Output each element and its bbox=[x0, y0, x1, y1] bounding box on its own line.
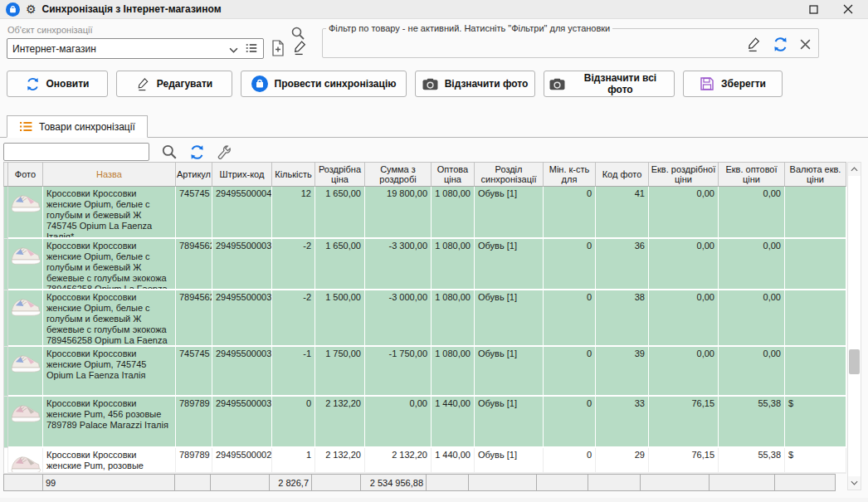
add-document-icon[interactable] bbox=[271, 39, 285, 57]
table-row[interactable]: Кроссовки Кроссовки женские Pum, розовые… bbox=[3, 448, 846, 474]
list-select-icon[interactable] bbox=[244, 41, 263, 56]
cell-photo-code: 39 bbox=[596, 347, 649, 397]
cell-sync-section: Обувь [1] bbox=[475, 239, 544, 290]
header-qty[interactable]: Кількість bbox=[272, 162, 315, 187]
app-window: ⚙ Синхронізація з Інтернет-магазином Об'… bbox=[0, 0, 868, 502]
table-row[interactable]: Кроссовки Кроссовки женские Opium, белые… bbox=[3, 187, 846, 239]
cell-eq-wholesale: 55,38 bbox=[719, 397, 785, 448]
cell-qty: -2 bbox=[272, 290, 315, 347]
cell-barcode: 29495500003 bbox=[212, 347, 272, 397]
cell-wholesale-price: 1 080,00 bbox=[432, 347, 475, 397]
header-barcode[interactable]: Штрих-код bbox=[212, 162, 272, 187]
save-button[interactable]: Зберегти bbox=[683, 71, 783, 97]
settings-gear-icon[interactable]: ⚙ bbox=[26, 3, 37, 15]
vertical-scrollbar[interactable] bbox=[847, 162, 861, 490]
cell-eq-currency: $ bbox=[785, 397, 846, 448]
mark-photo-button[interactable]: Відзначити фото bbox=[415, 71, 535, 97]
header-wholesale-price[interactable]: Оптова ціна bbox=[432, 162, 475, 187]
cell-eq-retail: 0,00 bbox=[649, 290, 719, 347]
cell-min-qty: 0 bbox=[544, 397, 596, 448]
product-photo bbox=[8, 448, 43, 474]
cell-wholesale-price: 1 080,00 bbox=[432, 290, 475, 347]
header-eq-currency[interactable]: Валюта екв. ціни bbox=[785, 162, 846, 187]
cell-sku: 7894562 bbox=[176, 239, 212, 290]
filter-edit-pencil-icon[interactable] bbox=[746, 36, 762, 53]
cell-wholesale-price: 1 080,00 bbox=[432, 239, 475, 290]
tabstrip: Товари синхронізації bbox=[0, 115, 868, 138]
refresh-button[interactable]: Оновити bbox=[7, 71, 108, 97]
filter-panel: Фільтр по товару - не активний. Натисніт… bbox=[322, 23, 819, 58]
mark-all-photos-button-label: Відзначити всі фото bbox=[572, 72, 669, 95]
footer-cell bbox=[774, 474, 836, 491]
cell-sku: 789789 bbox=[176, 397, 212, 448]
header-sku[interactable]: Артикул bbox=[176, 162, 212, 187]
table-row[interactable]: Кроссовки Кроссовки женские Opium, белые… bbox=[3, 239, 846, 290]
header-retail-price[interactable]: Роздрібна ціна bbox=[315, 162, 365, 187]
mark-all-photos-button[interactable]: Відзначити всі фото bbox=[544, 71, 675, 97]
run-sync-button[interactable]: Провести синхронізацію bbox=[241, 71, 407, 97]
cell-retail-price: 2 132,20 bbox=[315, 448, 365, 474]
sync-object-combobox[interactable]: Интернет-магазин bbox=[7, 38, 264, 59]
run-sync-button-label: Провести синхронізацію bbox=[275, 78, 397, 90]
footer-barcode-cell bbox=[210, 474, 270, 491]
table-row[interactable]: Кроссовки Кроссовки женские Pum, 456 роз… bbox=[3, 397, 846, 448]
table-refresh-icon[interactable] bbox=[189, 144, 205, 160]
scroll-up-arrow[interactable] bbox=[848, 163, 861, 176]
scroll-down-arrow[interactable] bbox=[848, 476, 861, 490]
footer-sum-total: 2 534 956,88 bbox=[360, 474, 427, 491]
cell-eq-currency bbox=[785, 347, 846, 397]
header-min-qty[interactable]: Мін. к-сть для bbox=[544, 162, 596, 187]
product-photo bbox=[8, 397, 43, 448]
table-search-input[interactable] bbox=[3, 143, 149, 161]
header-photo[interactable]: Фото bbox=[8, 162, 43, 187]
cell-eq-retail: 0,00 bbox=[649, 347, 719, 397]
cell-qty: 1 bbox=[272, 448, 315, 474]
header-retail-sum[interactable]: Сумма з роздробі bbox=[365, 162, 432, 187]
table-row[interactable]: Кроссовки Кроссовки женские Opium, белые… bbox=[3, 290, 846, 347]
footer-cell bbox=[640, 474, 710, 491]
header-name[interactable]: Назва bbox=[43, 162, 176, 187]
footer-photo-cell bbox=[3, 474, 43, 491]
cell-sku: 745745 bbox=[176, 187, 212, 239]
cell-qty: -1 bbox=[272, 347, 315, 397]
header-sync-section[interactable]: Розділ синхронізації bbox=[475, 162, 544, 187]
filter-legend: Фільтр по товару - не активний. Натисніт… bbox=[326, 23, 612, 33]
filter-clear-icon[interactable] bbox=[799, 38, 812, 51]
cell-retail-sum: 19 800,00 bbox=[365, 187, 432, 239]
cell-sku: 745745 bbox=[176, 347, 212, 397]
edit-button[interactable]: Редагувати bbox=[116, 71, 232, 97]
cell-photo-code: 41 bbox=[596, 187, 649, 239]
cell-retail-sum: -3 300,00 bbox=[365, 239, 432, 290]
header-eq-wholesale[interactable]: Екв. оптової ціни bbox=[719, 162, 785, 187]
tab-sync-products[interactable]: Товари синхронізації bbox=[7, 115, 148, 138]
cell-eq-retail: 0,00 bbox=[649, 187, 719, 239]
cell-qty: 12 bbox=[272, 187, 315, 239]
maximize-button[interactable] bbox=[808, 4, 818, 14]
cell-barcode: 29495500003 bbox=[212, 290, 272, 347]
cell-name: Кроссовки Кроссовки женские Pum, 456 роз… bbox=[43, 397, 176, 448]
cell-min-qty: 0 bbox=[544, 239, 596, 290]
header-photo-code[interactable]: Код фото bbox=[596, 162, 649, 187]
cell-eq-currency bbox=[785, 187, 846, 239]
cell-min-qty: 0 bbox=[544, 187, 596, 239]
footer-retail-cell bbox=[311, 474, 361, 491]
table-row[interactable]: Кроссовки Кроссовки женские Opium, 74574… bbox=[3, 347, 846, 397]
sync-object-value: Интернет-магазин bbox=[7, 43, 223, 55]
cell-retail-sum: -3 000,00 bbox=[365, 290, 432, 347]
edit-pencil-icon[interactable] bbox=[292, 39, 308, 56]
filter-refresh-icon[interactable] bbox=[773, 37, 788, 52]
wrench-settings-icon[interactable] bbox=[217, 144, 232, 159]
footer-cell bbox=[588, 474, 641, 491]
product-photo bbox=[8, 290, 43, 347]
table-body: Кроссовки Кроссовки женские Opium, белые… bbox=[3, 187, 846, 474]
header-eq-retail[interactable]: Екв. роздрібної ціни bbox=[649, 162, 719, 187]
cell-eq-wholesale: 0,00 bbox=[719, 347, 785, 397]
cell-qty: 0 bbox=[272, 397, 315, 448]
titlebar: ⚙ Синхронізація з Інтернет-магазином bbox=[0, 0, 868, 19]
chevron-down-icon[interactable] bbox=[223, 41, 244, 56]
close-button[interactable] bbox=[843, 4, 853, 14]
scrollbar-thumb[interactable] bbox=[849, 349, 860, 374]
cell-sync-section: Обувь [1] bbox=[475, 290, 544, 347]
cell-qty: -2 bbox=[272, 239, 315, 290]
table-search-icon[interactable] bbox=[161, 144, 178, 160]
